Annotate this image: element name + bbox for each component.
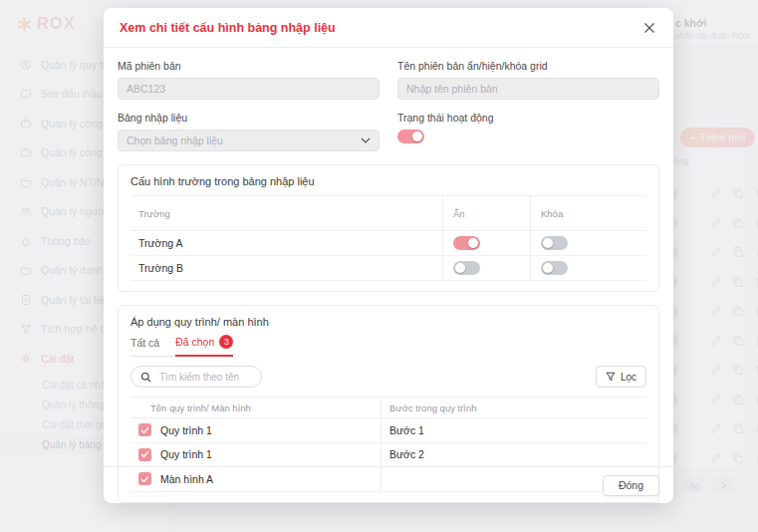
process-name: Quy trình 1 xyxy=(160,443,380,467)
an-toggle[interactable] xyxy=(453,236,480,250)
fields-config-table: Trường Ẩn Khóa Trường A Trường B xyxy=(130,195,646,281)
filter-icon xyxy=(606,372,616,382)
table-header-row: Tên quy trình/ Màn hình Bước trong quy t… xyxy=(130,397,646,418)
row-checkbox[interactable] xyxy=(138,448,151,461)
search-input[interactable] xyxy=(157,371,252,384)
trang-thai-toggle[interactable] xyxy=(397,130,424,143)
table-header-row: Trường Ẩn Khóa xyxy=(130,195,646,231)
tab-label: Đã chọn xyxy=(175,336,214,348)
process-name: Quy trình 1 xyxy=(160,418,380,442)
khoa-toggle[interactable] xyxy=(541,236,568,250)
field-bang-nhap-lieu: Bảng nhập liệu Chọn bảng nhập liệu xyxy=(118,100,379,151)
field-label: Trạng thái hoạt động xyxy=(397,112,659,124)
modal-title: Xem chi tiết cấu hình bảng nhập liệu xyxy=(120,21,641,35)
field-ma-phien-ban: Mã phiên bản xyxy=(118,60,379,100)
field-label: Mã phiên bản xyxy=(118,60,379,72)
field-label: Bảng nhập liệu xyxy=(118,112,379,124)
tabs: Tất cả Đã chọn 3 xyxy=(130,335,233,357)
tab-tat-ca[interactable]: Tất cả xyxy=(130,335,159,356)
modal-footer: Đóng xyxy=(104,466,673,503)
process-step: Bước 1 xyxy=(380,418,646,442)
selected-count-badge: 3 xyxy=(219,335,233,349)
search-icon xyxy=(140,372,151,383)
field-label: Tên phiên bản ẩn/hiện/khóa grid xyxy=(397,60,659,72)
modal-header: Xem chi tiết cấu hình bảng nhập liệu xyxy=(104,8,673,48)
column-header: Ẩn xyxy=(442,196,530,230)
ma-phien-ban-input xyxy=(118,78,379,100)
row-checkbox[interactable] xyxy=(138,423,151,436)
view-config-modal: Xem chi tiết cấu hình bảng nhập liệu Mã … xyxy=(104,8,673,503)
fields-config-section: Cấu hình trường trong bảng nhập liệu Trư… xyxy=(118,164,659,292)
section-title: Áp dụng quy trình/ màn hình xyxy=(130,316,646,328)
khoa-toggle[interactable] xyxy=(541,261,568,275)
filter-label: Lọc xyxy=(621,372,636,383)
search-filter-row: Lọc xyxy=(130,366,646,388)
section-title: Cấu hình trường trong bảng nhập liệu xyxy=(130,175,646,187)
filter-button[interactable]: Lọc xyxy=(596,366,646,388)
field-name: Trường A xyxy=(130,231,442,255)
column-header: Khóa xyxy=(530,196,646,230)
column-header: Tên quy trình/ Màn hình xyxy=(130,398,380,417)
column-header: Trường xyxy=(130,196,442,230)
bang-nhap-lieu-select: Chọn bảng nhập liệu xyxy=(118,130,379,151)
table-row: Trường A xyxy=(130,231,646,256)
table-row: Trường B xyxy=(130,256,646,281)
search-box[interactable] xyxy=(130,366,262,388)
select-placeholder: Chọn bảng nhập liệu xyxy=(126,134,223,146)
chevron-down-icon xyxy=(361,137,371,143)
field-name: Trường B xyxy=(130,256,442,280)
ten-phien-ban-input xyxy=(397,78,659,100)
field-trang-thai: Trạng thái hoạt động xyxy=(397,100,659,151)
tab-da-chon[interactable]: Đã chọn 3 xyxy=(175,335,233,357)
close-icon[interactable] xyxy=(641,20,657,36)
table-row: Quy trình 1 Bước 1 xyxy=(130,418,646,443)
field-ten-phien-ban: Tên phiên bản ẩn/hiện/khóa grid xyxy=(397,60,659,100)
an-toggle[interactable] xyxy=(453,261,480,275)
tab-label: Tất cả xyxy=(130,337,159,349)
modal-body: Mã phiên bản Tên phiên bản ẩn/hiện/khóa … xyxy=(104,48,673,503)
process-step: Bước 2 xyxy=(380,443,646,467)
column-header: Bước trong quy trình xyxy=(380,398,646,417)
table-row: Quy trình 1 Bước 2 xyxy=(130,443,646,468)
close-button[interactable]: Đóng xyxy=(603,475,659,496)
